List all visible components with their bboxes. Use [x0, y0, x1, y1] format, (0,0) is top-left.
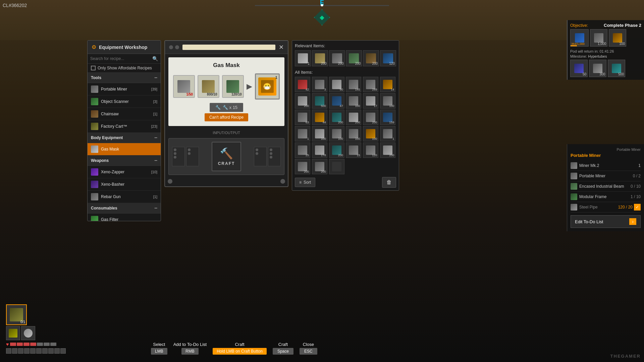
item-26[interactable]: 178: [312, 142, 327, 158]
body-toggle[interactable]: −: [154, 135, 157, 141]
queue-item-miner-mk2: Miner Mk.2 1: [571, 161, 641, 171]
item-11[interactable]: 17: [363, 93, 378, 109]
consumables-toggle[interactable]: −: [154, 205, 157, 211]
edit-todo-button[interactable]: Edit To-Do List ›: [571, 215, 641, 228]
item-20[interactable]: 100: [312, 126, 327, 141]
cant-afford-button[interactable]: Can't afford Recipe: [205, 113, 248, 121]
item-23[interactable]: 100: [363, 126, 378, 141]
item-31[interactable]: 200: [295, 159, 310, 174]
object-scanner-name: Object Scanner: [101, 99, 151, 104]
recipe-object-scanner[interactable]: Object Scanner [3]: [88, 96, 161, 108]
tools-label: Tools: [91, 75, 101, 80]
action-bar: Select LMB Add to To-Do List RMB Craft H…: [151, 342, 317, 355]
item-30[interactable]: 200: [380, 142, 395, 158]
item-24[interactable]: 1: [380, 126, 395, 141]
trash-button[interactable]: 🗑: [382, 177, 396, 188]
item-empty-2: [363, 159, 378, 174]
rel-item-1[interactable]: 1: [295, 50, 311, 66]
rel-item-4[interactable]: 200: [346, 50, 362, 66]
item-15[interactable]: 200: [329, 110, 344, 125]
item-25[interactable]: 25: [295, 142, 310, 158]
milestone-items: 50 300 500: [570, 60, 641, 77]
item-5[interactable]: 289: [363, 77, 378, 92]
queue-sub-header: Portable Miner: [571, 147, 641, 152]
multiplier-value: 🔧 x 15: [223, 105, 237, 110]
rel-item-2[interactable]: 200: [312, 50, 328, 66]
item-7[interactable]: 200: [295, 93, 310, 109]
item-6[interactable]: 14: [380, 77, 395, 92]
cant-afford-area: Can't afford Recipe: [173, 113, 280, 121]
player-hud: 0/1 ♥: [6, 304, 66, 354]
item-12[interactable]: 100: [380, 93, 395, 109]
ingredient-3-icon: [226, 80, 239, 93]
item-13[interactable]: 63: [295, 110, 310, 125]
item-29[interactable]: 120: [363, 142, 378, 158]
item-14[interactable]: 44: [312, 110, 327, 125]
item-32[interactable]: 200: [312, 159, 327, 174]
ingredient-3: 120/10: [222, 75, 244, 98]
object-scanner-icon: [91, 98, 98, 105]
search-input[interactable]: [90, 56, 150, 61]
queue-item-steel-pipe: Steel Pipe 120 / 20 ✓: [571, 202, 641, 213]
gas-filter-icon: [91, 216, 98, 221]
recipe-portable-miner[interactable]: Portable Miner [39]: [88, 83, 161, 96]
hotbar-1: [6, 348, 11, 354]
slot-2: [186, 147, 199, 166]
hotbar-4: [24, 348, 30, 354]
workshop-icon: ⚙: [92, 44, 96, 50]
affordable-row[interactable]: Only Show Affordable Recipes: [88, 64, 161, 73]
rel-item-6[interactable]: 120: [380, 50, 396, 66]
craft-button[interactable]: 🔨 CRAFT: [212, 142, 241, 171]
recipe-display: Gas Mask 1/50 800/10 120/10 ▶ 😷: [168, 57, 284, 126]
item-8[interactable]: 500: [312, 93, 327, 109]
queue-pipe-check: ✓: [634, 204, 641, 210]
craft-space-label: Craft: [278, 342, 288, 347]
objective-text: Complete Phase 2: [604, 23, 641, 28]
item-27[interactable]: 200: [329, 142, 344, 158]
recipe-factory-cart[interactable]: Factory Cart™ [23]: [88, 120, 161, 133]
weapons-toggle[interactable]: −: [154, 158, 157, 164]
item-10[interactable]: 100: [346, 93, 361, 109]
item-3[interactable]: 90: [329, 77, 344, 92]
category-body-equipment[interactable]: Body Equipment −: [88, 133, 161, 143]
queue-miner-mk2-label: Miner Mk.2: [579, 163, 599, 168]
recipe-gas-mask[interactable]: Gas Mask: [88, 143, 161, 156]
close-button[interactable]: ✕: [279, 44, 284, 51]
recipe-chainsaw[interactable]: Chainsaw [1]: [88, 108, 161, 120]
recipe-xeno-zapper[interactable]: Xeno-Zapper [10]: [88, 166, 161, 178]
item-16[interactable]: 200: [346, 110, 361, 125]
category-tools[interactable]: Tools −: [88, 73, 161, 83]
rebar-gun-icon: [91, 193, 98, 200]
item-22[interactable]: 100: [346, 126, 361, 141]
item-19[interactable]: 1: [295, 126, 310, 141]
recipe-gas-filter[interactable]: Gas Filter: [88, 214, 161, 221]
item-17[interactable]: 200: [363, 110, 378, 125]
recipe-xeno-basher[interactable]: Xeno-Basher: [88, 178, 161, 191]
item-18[interactable]: 159: [380, 110, 395, 125]
item-21[interactable]: 100: [329, 126, 344, 141]
item-28[interactable]: 15: [346, 142, 361, 158]
left-slots: [172, 147, 199, 166]
item-4[interactable]: 145: [346, 77, 361, 92]
item-1[interactable]: 42: [295, 77, 310, 92]
recipe-rebar-gun[interactable]: Rebar Gun [1]: [88, 191, 161, 203]
tools-toggle[interactable]: −: [154, 75, 157, 81]
item-33[interactable]: [329, 159, 344, 174]
affordable-checkbox[interactable]: [91, 66, 96, 70]
objective-panel: Objective: Complete Phase 2 364/1,000 1,…: [567, 20, 644, 80]
item-2[interactable]: 3: [312, 77, 327, 92]
sort-label: Sort: [304, 180, 311, 185]
dot-2: [175, 45, 179, 49]
rel-item-5[interactable]: 200: [363, 50, 379, 66]
rel-item-3[interactable]: 200: [329, 50, 345, 66]
slot-3: [254, 147, 267, 166]
craft-result: 😷 1: [255, 73, 280, 100]
xeno-zapper-name: Xeno-Zapper: [101, 170, 149, 174]
edit-todo-arrow-icon: ›: [629, 218, 636, 225]
category-weapons[interactable]: Weapons −: [88, 156, 161, 166]
sidebar-header: ⚙ Equipment Workshop: [88, 41, 161, 54]
item-9[interactable]: 47: [329, 93, 344, 109]
category-consumables[interactable]: Consumables −: [88, 203, 161, 214]
sort-button[interactable]: ≡ Sort: [295, 178, 315, 187]
search-area[interactable]: 🔍: [88, 54, 161, 64]
